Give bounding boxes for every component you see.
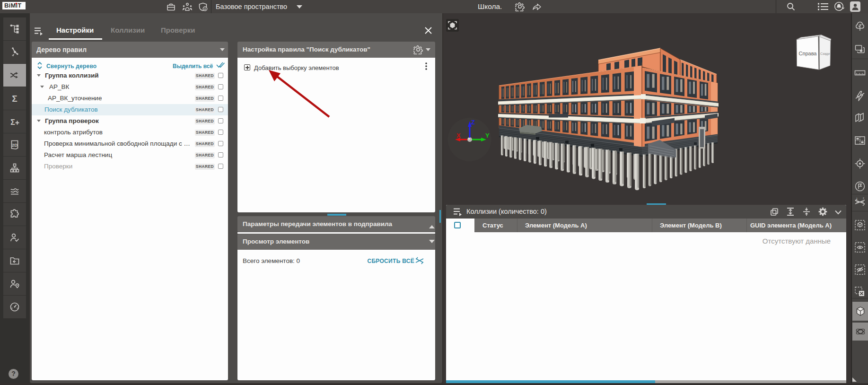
svg-text:Σ: Σ [12,94,17,104]
svg-text:Z: Z [471,119,475,126]
svg-text:Справа: Справа [799,51,817,56]
svg-text:X: X [456,132,461,139]
svg-text:Сзади: Сзади [820,52,830,56]
svg-text:Σ: Σ [10,118,15,126]
svg-text:2D: 2D [12,142,18,148]
svg-text:2: 2 [863,197,864,200]
svg-text:1: 1 [856,197,858,200]
svg-text:Y: Y [485,132,490,139]
